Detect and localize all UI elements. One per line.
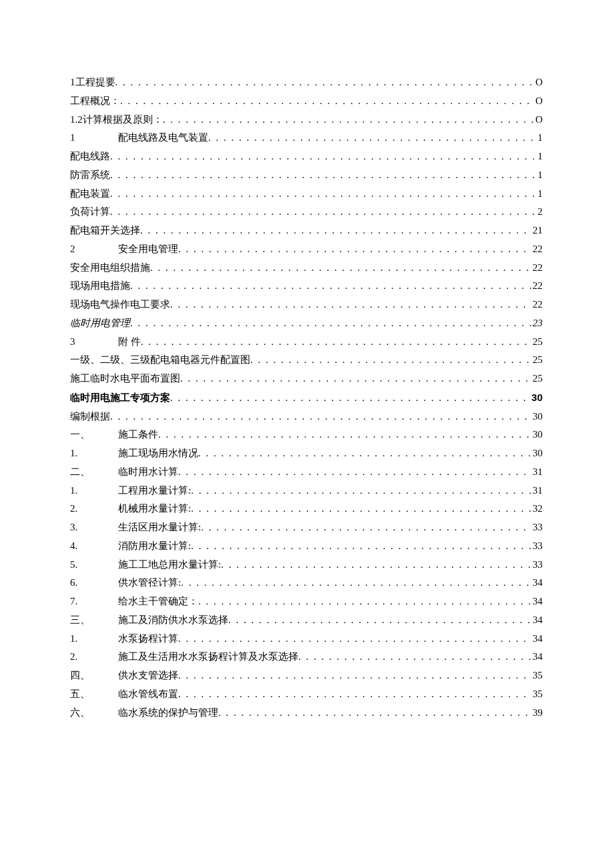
toc-entry: 3附 件25 (70, 333, 543, 352)
toc-leader-dots (110, 166, 537, 185)
toc-entry-page: 25 (531, 333, 543, 352)
toc-entry: 1工程提要O (70, 73, 543, 92)
toc-entry-page: 21 (531, 222, 543, 240)
toc-entry-page: 34 (531, 648, 543, 667)
toc-leader-dots (140, 222, 531, 240)
toc-entry: 负荷计算2 (70, 203, 543, 222)
toc-entry: 临时用电施工专项方案30 (70, 388, 543, 408)
toc-leader-dots (198, 592, 531, 611)
toc-entry-title: 工程用水量计算: (118, 482, 191, 500)
toc-leader-dots (298, 648, 531, 667)
toc-entry-number: 3. (70, 518, 118, 537)
toc-entry-page: 1 (537, 166, 543, 185)
toc-entry-page: 25 (531, 351, 543, 370)
toc-entry: 编制根据30 (70, 408, 543, 426)
toc-entry: 现场用电措施22 (70, 277, 543, 296)
table-of-contents: 1工程提要O工程概况：O1.2计算根据及原则：O1配电线路及电气装置1配电线路1… (70, 73, 543, 722)
toc-entry-page: 34 (531, 611, 543, 630)
toc-entry-page: 35 (531, 685, 543, 704)
toc-entry-title: 配电线路 (70, 147, 110, 166)
toc-entry: 2.机械用水量计算:32 (70, 500, 543, 518)
toc-entry-page: 31 (531, 482, 543, 500)
toc-entry: 7.给水主干管确定：34 (70, 592, 543, 611)
toc-entry-title: 消防用水量计算: (118, 537, 191, 556)
toc-entry-title: 供水管径计算: (118, 574, 181, 592)
toc-leader-dots (180, 370, 531, 388)
toc-leader-dots (110, 185, 537, 203)
toc-entry-number: 三、 (70, 611, 118, 630)
toc-entry-page: O (534, 111, 543, 129)
toc-leader-dots (201, 518, 531, 537)
toc-leader-dots (110, 408, 531, 426)
toc-leader-dots (130, 277, 531, 296)
toc-entry-title: 施工工地总用水量计算: (118, 556, 221, 574)
toc-entry: 防雷系统1 (70, 166, 543, 185)
toc-entry: 6.供水管径计算:34 (70, 574, 543, 592)
toc-entry-title: 临时用电管理 (70, 314, 130, 333)
toc-entry-title: 工程概况： (70, 92, 120, 111)
toc-entry-title: 现场电气操作电工要求 (70, 296, 170, 314)
toc-entry-title: 水泵扬程计算 (118, 630, 178, 648)
toc-leader-dots (110, 147, 537, 166)
toc-entry-page: 1 (537, 147, 543, 166)
toc-entry-title: 临时用水计算 (118, 463, 178, 482)
toc-entry-title: 供水支管选择 (118, 667, 178, 685)
toc-entry: 5.施工工地总用水量计算:33 (70, 556, 543, 574)
toc-entry-title: 生活区用水量计算: (118, 518, 201, 537)
toc-entry: 三、施工及消防供水水泵选择34 (70, 611, 543, 630)
toc-entry: 1配电线路及电气装置1 (70, 129, 543, 147)
toc-leader-dots (110, 203, 537, 222)
toc-leader-dots (163, 111, 534, 129)
toc-entry-title: 1.2计算根据及原则： (70, 111, 163, 129)
toc-leader-dots (228, 611, 531, 630)
toc-entry-page: 35 (531, 667, 543, 685)
toc-entry-number: 7. (70, 592, 118, 611)
toc-entry: 安全用电组织措施22 (70, 259, 543, 278)
toc-entry-title: 1工程提要 (70, 73, 115, 92)
toc-entry-number: 5. (70, 556, 118, 574)
toc-leader-dots (191, 537, 531, 556)
toc-entry: 配电线路1 (70, 147, 543, 166)
toc-leader-dots (170, 296, 531, 314)
toc-entry-title: 编制根据 (70, 408, 110, 426)
toc-entry-number: 1. (70, 482, 118, 500)
toc-entry-page: 34 (531, 630, 543, 648)
toc-entry-number: 1. (70, 630, 118, 648)
toc-leader-dots (221, 556, 531, 574)
toc-entry-page: 33 (531, 518, 543, 537)
toc-entry-page: 33 (531, 556, 543, 574)
toc-leader-dots (191, 482, 531, 500)
toc-entry-page: 30 (531, 408, 543, 426)
toc-leader-dots (158, 426, 531, 444)
toc-entry-number: 2. (70, 500, 118, 518)
toc-entry-number: 一、 (70, 426, 118, 444)
toc-entry-number: 6. (70, 574, 118, 592)
toc-entry-page: 22 (531, 259, 543, 278)
toc-leader-dots (208, 129, 537, 147)
toc-entry-page: 23 (531, 314, 543, 333)
toc-entry-title: 配电装置 (70, 185, 110, 203)
toc-leader-dots (115, 73, 535, 92)
toc-leader-dots (178, 630, 531, 648)
toc-leader-dots (178, 463, 531, 482)
toc-entry: 4.消防用水量计算:33 (70, 537, 543, 556)
toc-leader-dots (150, 259, 531, 278)
toc-entry-title: 临水管线布置 (118, 685, 178, 704)
toc-leader-dots (170, 389, 530, 408)
toc-leader-dots (130, 314, 531, 333)
toc-entry-title: 安全用电管理 (118, 240, 178, 259)
toc-entry: 2安全用电管理22 (70, 240, 543, 259)
toc-entry: 2.施工及生活用水水泵扬程计算及水泵选择34 (70, 648, 543, 667)
toc-entry-number: 4. (70, 537, 118, 556)
toc-entry-title: 安全用电组织措施 (70, 259, 150, 278)
toc-entry-number: 2. (70, 648, 118, 667)
toc-entry-page: 22 (531, 240, 543, 259)
toc-leader-dots (141, 333, 531, 352)
toc-entry-title: 负荷计算 (70, 203, 110, 222)
toc-entry-page: 39 (531, 704, 543, 723)
toc-entry-page: 34 (531, 574, 543, 592)
toc-leader-dots (218, 704, 531, 723)
toc-entry-page: 2 (537, 203, 543, 222)
toc-entry-page: 25 (531, 370, 543, 388)
toc-entry-page: 30 (530, 388, 543, 407)
